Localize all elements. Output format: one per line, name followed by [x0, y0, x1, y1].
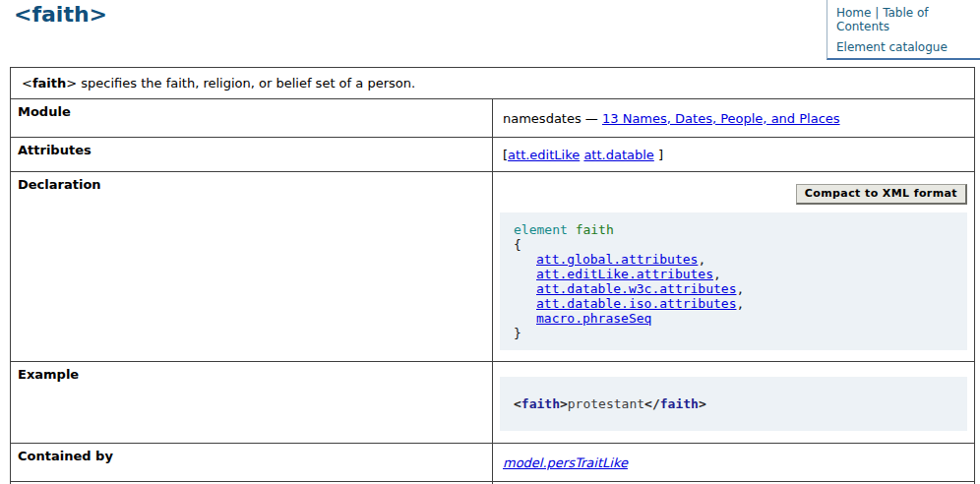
declaration-value-cell: Compact to XML format element faith{att.… — [493, 172, 975, 362]
description-cell: <faith> specifies the faith, religion, o… — [11, 68, 975, 99]
code-open-brace: { — [514, 237, 953, 252]
module-chapter-link[interactable]: 13 Names, Dates, People, and Places — [602, 111, 840, 126]
contained-by-row: Contained by model.persTraitLike — [11, 444, 975, 482]
attributes-close-bracket: ] — [658, 148, 663, 162]
description-text: specifies the faith, religion, or belief… — [77, 76, 415, 91]
code-link-att-datable-iso-attributes[interactable]: att.datable.iso.attributes — [536, 296, 737, 311]
code-comma: , — [698, 252, 705, 267]
page-title: <faith> — [14, 2, 107, 27]
example-close-tag-close-bracket: > — [699, 396, 706, 411]
example-close-tag-open-bracket: </ — [644, 396, 660, 411]
example-open-tag-close-bracket: > — [560, 396, 568, 411]
module-name: namesdates — — [503, 111, 602, 126]
module-row: Module namesdates — 13 Names, Dates, Peo… — [11, 99, 975, 138]
page: <faith> Home | Table of Contents Element… — [0, 0, 980, 484]
example-row: Example <faith>protestant</faith> — [11, 362, 975, 444]
contained-by-value-cell: model.persTraitLike — [493, 444, 975, 482]
example-value-cell: <faith>protestant</faith> — [493, 362, 975, 444]
attribute-class-link-editlike[interactable]: att.editLike — [508, 148, 580, 162]
module-value-cell: namesdates — 13 Names, Dates, People, an… — [493, 99, 975, 138]
compact-to-xml-button[interactable]: Compact to XML format — [796, 184, 967, 205]
nav-line-catalogue: Element catalogue — [836, 40, 974, 54]
description-tag-name: faith — [32, 76, 66, 91]
description-row: <faith> specifies the faith, religion, o… — [11, 68, 975, 99]
attributes-label: Attributes — [11, 138, 493, 172]
declaration-toolbar: Compact to XML format — [500, 184, 967, 205]
contained-by-label: Contained by — [11, 444, 493, 482]
declaration-row: Declaration Compact to XML format elemen… — [11, 172, 975, 362]
declaration-code-block: element faith{att.global.attributes,att.… — [500, 212, 967, 350]
nav-element-catalogue-link[interactable]: Element catalogue — [836, 40, 948, 54]
example-label: Example — [11, 362, 493, 444]
declaration-label: Declaration — [11, 172, 493, 362]
example-close-tag-name: faith — [660, 396, 699, 411]
example-content-text: protestant — [568, 396, 644, 411]
code-link-att-datable-w3c-attributes[interactable]: att.datable.w3c.attributes — [536, 281, 737, 296]
nav-home-link[interactable]: Home — [836, 6, 871, 20]
description-tag-open-bracket: < — [22, 76, 32, 91]
nav-box: Home | Table of Contents Element catalog… — [827, 0, 980, 60]
example-open-tag-bracket: < — [514, 396, 521, 411]
attributes-row: Attributes [att.editLike att.datable ] — [11, 138, 975, 172]
contained-by-model-link[interactable]: model.persTraitLike — [503, 455, 628, 470]
attribute-class-link-datable[interactable]: att.datable — [583, 148, 653, 162]
nav-line-home-toc: Home | Table of Contents — [836, 6, 974, 33]
code-link-att-global-attributes[interactable]: att.global.attributes — [536, 252, 698, 267]
code-comma: , — [737, 296, 745, 311]
module-label: Module — [11, 99, 493, 138]
code-comma: , — [713, 267, 721, 281]
element-spec-table: <faith> specifies the faith, religion, o… — [10, 67, 975, 484]
code-link-att-editlike-attributes[interactable]: att.editLike.attributes — [536, 267, 713, 281]
code-close-brace: } — [514, 326, 953, 340]
description-tag-close-bracket: > — [66, 76, 77, 91]
example-code-block: <faith>protestant</faith> — [500, 377, 967, 431]
example-open-tag-name: faith — [521, 396, 560, 411]
attributes-value-cell: [att.editLike att.datable ] — [493, 138, 975, 172]
code-keyword-element: element — [514, 222, 568, 237]
code-link-macro-phraseseq[interactable]: macro.phraseSeq — [536, 311, 651, 326]
code-comma: , — [737, 281, 745, 296]
nav-separator: | — [875, 6, 879, 20]
code-element-name: faith — [576, 222, 614, 237]
